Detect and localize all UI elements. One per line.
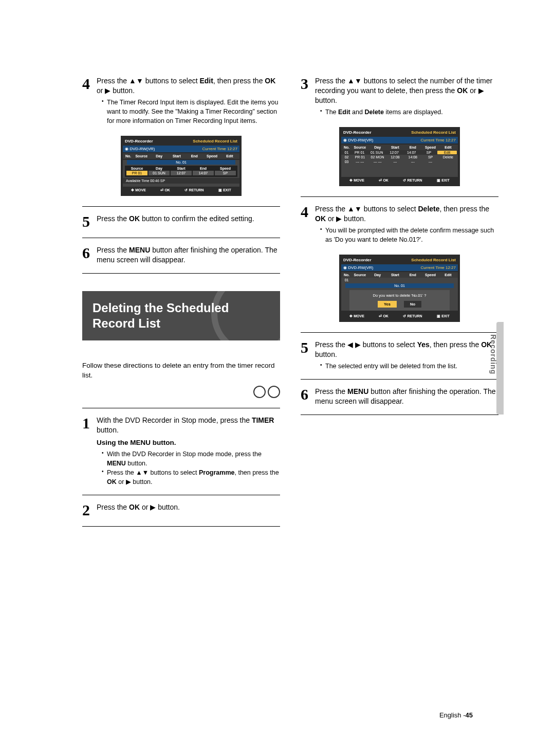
step-2: 2 Press the OK or ▶ button. <box>82 498 280 523</box>
step-text: Press the MENU button after finishing th… <box>315 387 498 406</box>
step-1: 1 With the DVD Recorder in Stop mode, pr… <box>82 411 280 492</box>
step-text: Press the ◀ ▶ buttons to select Yes, the… <box>315 340 498 359</box>
step-5r: 5 Press the ◀ ▶ buttons to select Yes, t… <box>301 336 498 376</box>
step-number: 4 <box>82 76 97 125</box>
step-3: 3 Press the ▲▼ buttons to select the num… <box>301 72 498 122</box>
step-4: 4 Press the ▲▼ buttons to select Edit, t… <box>82 72 280 131</box>
step-bullet: The Edit and Delete items are displayed. <box>320 107 498 117</box>
step-text: Press the ▲▼ buttons to select Delete, t… <box>315 204 498 224</box>
osd-list-screen: DVD-RecorderScheduled Record List ◉ DVD-… <box>339 127 460 186</box>
step-number: 3 <box>301 76 315 117</box>
step-6: 6 Press the MENU button after finishing … <box>82 241 280 270</box>
page-footer: English -45 <box>439 711 473 719</box>
step-bullet: You will be prompted with the delete con… <box>320 226 498 244</box>
osd-delete-confirm: DVD-RecorderScheduled Record List ◉ DVD-… <box>339 255 460 322</box>
sub-heading: Using the MENU button. <box>97 438 280 447</box>
step-number: 6 <box>301 387 315 406</box>
step-bullet: With the DVD Recorder in Stop mode mode,… <box>102 449 280 468</box>
section-heading: Deleting the Scheduled Record List <box>82 291 280 340</box>
step-number: 5 <box>82 214 97 229</box>
osd-edit-screen: DVD-Recorder Scheduled Record List ◉ DVD… <box>121 136 242 196</box>
side-tab-recording: Recording <box>489 334 497 374</box>
step-number: 2 <box>82 502 97 518</box>
step-4r: 4 Press the ▲▼ buttons to select Delete,… <box>301 200 498 249</box>
disc-r-icon <box>268 386 280 398</box>
disc-icons <box>82 386 280 400</box>
step-text: Press the ▲▼ buttons to select Edit, the… <box>97 76 280 96</box>
dialog-no: No <box>404 301 421 308</box>
step-bullet: The selected entry will be deleted from … <box>320 362 498 371</box>
section-intro: Follow these directions to delete an ent… <box>82 361 280 381</box>
step-number: 4 <box>301 204 315 244</box>
step-number: 6 <box>82 245 97 265</box>
step-text: Press the ▲▼ buttons to select the numbe… <box>315 76 498 105</box>
step-text: Press the MENU button after finishing th… <box>97 245 280 265</box>
step-bullet: Press the ▲▼ buttons to select Programme… <box>102 468 280 487</box>
step-number: 5 <box>301 340 315 371</box>
left-column: 4 Press the ▲▼ buttons to select Edit, t… <box>82 72 280 530</box>
step-5: 5 Press the OK button to confirm the edi… <box>82 210 280 235</box>
step-text: Press the OK or ▶ button. <box>97 502 280 512</box>
step-bullet: The Timer Record Input item is displayed… <box>102 98 280 125</box>
step-6r: 6 Press the MENU button after finishing … <box>301 383 498 411</box>
step-number: 1 <box>82 416 97 487</box>
step-text: With the DVD Recorder in Stop mode, pres… <box>97 416 280 435</box>
dialog-yes: Yes <box>378 301 397 308</box>
disc-rw-icon <box>253 386 266 398</box>
right-column: 3 Press the ▲▼ buttons to select the num… <box>301 72 498 530</box>
step-text: Press the OK button to confirm the edite… <box>97 214 280 224</box>
